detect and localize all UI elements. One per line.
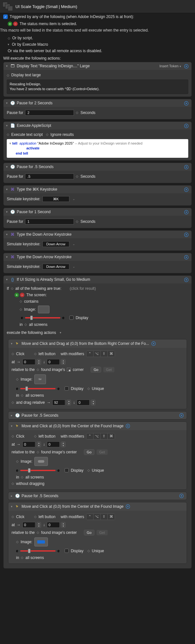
stepper[interactable]: ▲▼ [91,400,95,405]
pause-unit[interactable]: Seconds [80,174,95,179]
action-header[interactable]: ▾ ⌘ Type the ⌘K Keystroke [4,185,191,193]
chevron-down-icon[interactable]: ▾ [6,278,8,281]
screens-select[interactable]: all screens [25,475,44,479]
or-execute-row[interactable]: ▾ Or by Execute Macro [0,41,195,48]
drag-mode[interactable]: without dragging [16,481,44,486]
opt-mod[interactable]: ⌥ [93,351,101,357]
cmd-mod[interactable]: ⌘ [108,433,115,439]
gear-icon[interactable] [184,232,189,237]
ctrl-mod[interactable]: ⌃ [86,433,93,439]
gear-icon[interactable] [151,341,156,346]
pause-value-input[interactable] [25,110,74,116]
keystroke-field[interactable]: ⌘K [42,196,69,202]
fuzz-slider[interactable] [20,550,56,552]
drag-mode[interactable]: and drag relative [16,400,45,405]
x-input[interactable] [22,359,35,365]
get-button[interactable]: Get [103,367,115,373]
add-condition-button[interactable]: + [14,293,19,297]
chevron-down-icon[interactable]: ▾ [6,188,8,191]
action-header[interactable]: ▾ 🗔 Display Text "Rescaling InDesign....… [4,62,191,70]
action-header[interactable]: ▾ 🕐 Pause for 2 Seconds [4,99,191,107]
pause-value-input[interactable] [25,219,74,224]
remove-condition-button[interactable]: − [20,293,24,297]
image-well[interactable] [34,537,48,546]
stepper[interactable]: ▲▼ [37,441,41,447]
chevron-down-icon[interactable]: ▾ [6,165,8,168]
chevron-down-icon[interactable]: ▾ [60,331,61,334]
drag-x-input[interactable] [52,400,65,405]
gear-icon[interactable] [184,64,189,69]
results-mode[interactable]: Ignore results [50,132,74,137]
script-text[interactable]: ▾ tell application "Adobe InDesign 2025"… [7,139,188,158]
stepper[interactable]: ▲▼ [61,522,66,528]
keystroke-menu[interactable]: ⌄ [71,265,76,268]
action-header[interactable]: ▾ 📄 Execute AppleScript [4,122,191,129]
gear-icon[interactable] [184,277,189,282]
mouse-button[interactable]: left button [39,434,56,439]
fuzz-slider[interactable] [20,388,56,389]
go-button[interactable]: Go [84,449,94,455]
gear-icon[interactable] [179,493,184,498]
opt-mod[interactable]: ⌥ [93,514,101,520]
contains-select[interactable]: contains [24,299,39,304]
image-well[interactable] [34,457,48,466]
y-input[interactable] [47,522,60,528]
image-well[interactable] [38,306,49,313]
shift-mod[interactable]: ⇧ [101,433,108,439]
click-mode[interactable]: Click [16,352,24,356]
stepper[interactable]: ▲▼ [61,441,66,447]
script-mode[interactable]: Execute text script [11,132,43,137]
get-button[interactable]: Get [96,449,108,455]
chevron-down-icon[interactable]: ▾ [11,424,13,428]
insert-token-menu[interactable]: Insert Token ▾ [159,64,182,68]
or-script-row[interactable]: ◇ Or by script. [0,33,195,41]
click-for-result[interactable]: (click for result) [70,286,96,291]
gear-icon[interactable] [125,423,130,429]
unique-select[interactable]: Unique [92,468,104,473]
chevron-down-icon[interactable]: ▾ [6,233,8,236]
opt-mod[interactable]: ⌥ [93,433,101,439]
click-mode[interactable]: Click [16,434,24,439]
keystroke-menu[interactable]: ⌄ [71,197,76,201]
gear-icon[interactable] [184,255,189,260]
pause-unit[interactable]: Seconds [80,219,95,224]
cmd-mod[interactable]: ⌘ [108,351,115,357]
display-checkbox[interactable] [65,549,69,553]
get-button[interactable]: Get [96,530,108,535]
mouse-button[interactable]: left button [39,515,56,519]
fuzz-slider[interactable] [25,317,60,318]
go-button[interactable]: Go [84,530,94,535]
screen-condition-label[interactable]: The screen: [26,293,47,297]
y-input[interactable] [47,441,60,447]
action-header[interactable]: ▾ 🕐 Pause for .5 Seconds [4,163,191,171]
gear-icon[interactable] [179,413,184,418]
ctrl-mod[interactable]: ⌃ [86,351,93,357]
display-checkbox[interactable] [69,316,74,320]
display-checkbox[interactable] [65,386,69,391]
image-well[interactable]: Srr [34,374,46,384]
action-header[interactable]: ▾ ⌘ Type the Down Arrow Keystroke [4,231,191,238]
action-pause-collapsed[interactable]: ▸ 🕐 Pause for .5 Seconds [8,492,187,500]
gear-icon[interactable] [184,123,189,128]
x-input[interactable] [22,441,35,447]
relative-target[interactable]: found image's [41,367,65,372]
relative-target[interactable]: found image's center [41,530,77,535]
fuzz-slider[interactable] [20,470,56,471]
drag-y-input[interactable] [77,400,90,405]
cmd-mod[interactable]: ⌘ [108,514,115,520]
display-mode-row[interactable]: ◇ Display text large [7,72,188,78]
ctrl-mod[interactable]: ⌃ [86,514,93,520]
action-header[interactable]: ▾ Move and Click at (0,0) from the Cente… [8,422,187,430]
action-header[interactable]: ▾ Move and Click and Drag at (0,0) from … [8,339,187,348]
action-header[interactable]: ▾ {} If UI Sizing is Already Small, Go t… [4,276,191,283]
unique-select[interactable]: Unique [92,386,104,391]
add-trigger-button[interactable]: + [8,22,12,26]
relative-target[interactable]: found image's center [41,450,77,454]
screens-select[interactable]: all screens [29,322,47,327]
chevron-down-icon[interactable]: ▾ [11,505,13,508]
chevron-down-icon[interactable]: ▾ [6,124,8,127]
keystroke-field[interactable]: Down Arrow [42,264,69,270]
gear-icon[interactable] [184,165,189,170]
y-input[interactable] [47,359,60,365]
gear-icon[interactable] [184,101,189,106]
